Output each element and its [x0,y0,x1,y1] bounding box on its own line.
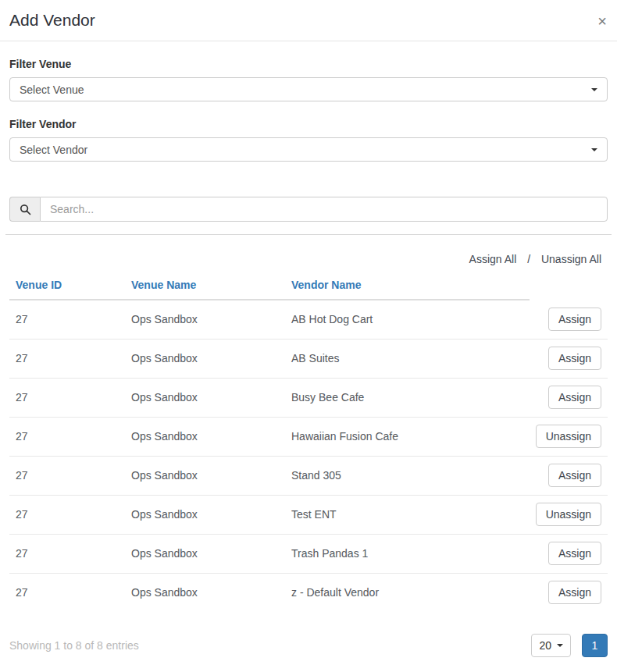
vendor-name-cell: Test ENT [285,495,530,534]
column-header-venue-name[interactable]: Venue Name [125,277,285,300]
modal-header: Add Vendor × [0,0,617,41]
caret-down-icon [557,644,563,647]
table-header-row: Venue ID Venue Name Vendor Name [9,277,608,300]
vendor-select-value: Select Vendor [20,144,87,156]
search-input[interactable] [40,197,608,222]
action-cell: Assign [530,534,608,573]
action-cell: Unassign [530,495,608,534]
modal-title: Add Vendor [9,11,608,30]
venue-id-cell: 27 [9,300,125,339]
assign-button[interactable]: Assign [548,386,601,409]
venue-name-cell: Ops Sandbox [125,573,285,612]
caret-down-icon [591,88,597,91]
page-size-select[interactable]: 20 [531,634,571,657]
unassign-all-link[interactable]: Unassign All [541,253,601,265]
page-1-button[interactable]: 1 [582,634,608,657]
entries-info: Showing 1 to 8 of 8 entries [9,639,139,652]
action-cell: Assign [530,300,608,339]
action-cell: Assign [530,573,608,612]
venue-name-cell: Ops Sandbox [125,534,285,573]
table-row: 27 Ops Sandbox AB Suites Assign [9,339,608,378]
close-icon[interactable]: × [597,13,607,29]
venue-id-cell: 27 [9,339,125,378]
unassign-button[interactable]: Unassign [536,425,601,448]
modal-body: Filter Venue Select Venue Filter Vendor … [0,58,617,663]
vendor-table-body: 27 Ops Sandbox AB Hot Dog Cart Assign 27… [9,300,608,612]
column-header-venue-id[interactable]: Venue ID [9,277,125,300]
bulk-actions: Assign All / Unassign All [9,253,608,265]
bulk-separator: / [527,253,530,265]
table-row: 27 Ops Sandbox AB Hot Dog Cart Assign [9,300,608,339]
venue-name-cell: Ops Sandbox [125,417,285,456]
action-cell: Assign [530,456,608,495]
venue-id-cell: 27 [9,534,125,573]
venue-name-cell: Ops Sandbox [125,495,285,534]
venue-select[interactable]: Select Venue [9,77,608,101]
venue-id-cell: 27 [9,573,125,612]
table-row: 27 Ops Sandbox Busy Bee Cafe Assign [9,378,608,417]
unassign-button[interactable]: Unassign [536,503,601,526]
assign-button[interactable]: Assign [548,347,601,370]
column-header-vendor-name[interactable]: Vendor Name [285,277,530,300]
assign-all-link[interactable]: Assign All [469,253,517,265]
table-row: 27 Ops Sandbox Trash Pandas 1 Assign [9,534,608,573]
assign-button[interactable]: Assign [548,308,601,331]
venue-id-cell: 27 [9,417,125,456]
filter-vendor-label: Filter Vendor [9,118,608,130]
divider [5,234,612,235]
column-header-actions [530,277,608,300]
caret-down-icon [591,148,597,151]
table-footer: Showing 1 to 8 of 8 entries 20 1 [9,634,608,657]
pagination: 20 1 [531,634,608,657]
venue-id-cell: 27 [9,495,125,534]
search-group [9,197,608,222]
venue-id-cell: 27 [9,456,125,495]
action-cell: Assign [530,378,608,417]
page-size-value: 20 [539,639,551,652]
vendor-name-cell: Trash Pandas 1 [285,534,530,573]
table-row: 27 Ops Sandbox Hawaiian Fusion Cafe Unas… [9,417,608,456]
assign-button[interactable]: Assign [548,581,601,604]
vendor-table: Venue ID Venue Name Vendor Name 27 Ops S… [9,277,608,612]
venue-name-cell: Ops Sandbox [125,300,285,339]
action-cell: Assign [530,339,608,378]
vendor-name-cell: AB Hot Dog Cart [285,300,530,339]
add-vendor-modal: Add Vendor × Filter Venue Select Venue F… [0,0,617,672]
vendor-name-cell: Stand 305 [285,456,530,495]
vendor-name-cell: z - Default Vendor [285,573,530,612]
vendor-name-cell: Busy Bee Cafe [285,378,530,417]
assign-button[interactable]: Assign [548,542,601,565]
venue-name-cell: Ops Sandbox [125,378,285,417]
venue-name-cell: Ops Sandbox [125,456,285,495]
vendor-select[interactable]: Select Vendor [9,137,608,162]
vendor-name-cell: AB Suites [285,339,530,378]
table-row: 27 Ops Sandbox z - Default Vendor Assign [9,573,608,612]
vendor-name-cell: Hawaiian Fusion Cafe [285,417,530,456]
table-row: 27 Ops Sandbox Test ENT Unassign [9,495,608,534]
action-cell: Unassign [530,417,608,456]
table-row: 27 Ops Sandbox Stand 305 Assign [9,456,608,495]
venue-id-cell: 27 [9,378,125,417]
filter-venue-label: Filter Venue [9,58,608,70]
search-addon [9,197,40,222]
assign-button[interactable]: Assign [548,464,601,487]
venue-select-value: Select Venue [20,84,84,96]
search-icon [20,204,31,215]
venue-name-cell: Ops Sandbox [125,339,285,378]
